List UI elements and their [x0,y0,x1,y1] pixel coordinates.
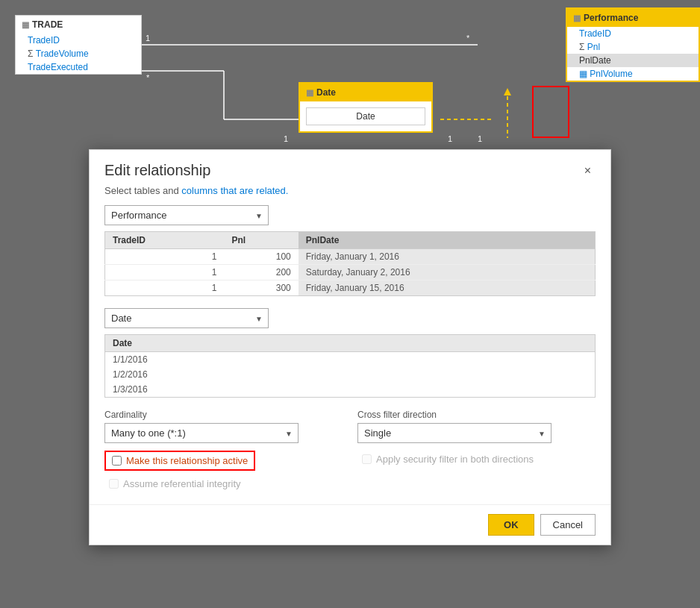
table2-row: 1/3/2016 [105,382,595,397]
active-checkbox-label: Make this relationship active [126,455,248,466]
close-button[interactable]: × [580,163,596,179]
table2-dropdown-row: Date Performance TRADE ▼ [104,308,596,328]
referential-checkbox-label: Assume referential integrity [123,478,241,489]
table2-dropdown-wrapper[interactable]: Date Performance TRADE ▼ [104,308,269,328]
table2-dropdown[interactable]: Date Performance TRADE [104,308,269,328]
table1-cell-pnldate: Friday, January 15, 2016 [299,281,596,296]
active-checkbox[interactable] [112,456,122,466]
cross-filter-col: Cross filter direction Single Both ▼ [357,410,596,443]
modal-subtitle: Select tables and columns that are relat… [90,185,610,205]
security-checkbox[interactable] [362,454,372,464]
table1-cell-tradeid: 1 [105,249,225,265]
table1-row: 1100Friday, January 1, 2016 [105,249,596,265]
table1-cell-pnl: 200 [224,265,298,281]
referential-checkbox-row: Assume referential integrity [104,475,343,492]
table2-row: 1/2/2016 [105,367,595,382]
cross-filter-label: Cross filter direction [357,410,596,420]
table2-data-table: Date 1/1/20161/2/20161/3/2016 [105,335,595,397]
table1-col-pnldate: PnlDate [299,232,596,249]
table2-cell-date: 1/2/2016 [105,367,595,382]
referential-checkbox[interactable] [109,479,119,489]
table2-cell-date: 1/3/2016 [105,382,595,397]
table1-dropdown-wrapper[interactable]: Performance Date TRADE ▼ [104,205,269,225]
table1-cell-pnldate: Saturday, January 2, 2016 [299,265,596,281]
cancel-button[interactable]: Cancel [540,514,596,536]
table2-wrapper: Date 1/1/20161/2/20161/3/2016 [104,334,596,398]
checkboxes-left: Make this relationship active Assume ref… [104,451,343,492]
table1-row: 1200Saturday, January 2, 2016 [105,265,596,281]
table2-row: 1/1/2016 [105,352,595,368]
subtitle-link: columns that are related. [181,185,288,196]
table1-row: 1300Friday, January 15, 2016 [105,281,596,296]
modal-overlay: Edit relationship × Select tables and co… [0,0,700,608]
edit-relationship-modal: Edit relationship × Select tables and co… [89,149,611,545]
cardinality-label: Cardinality [104,410,343,420]
modal-title: Edit relationship [104,162,210,179]
cross-filter-dropdown[interactable]: Single Both [357,423,551,443]
table1-data-table: TradeID Pnl PnlDate 1100Friday, January … [104,231,596,296]
active-checkbox-row: Make this relationship active [104,451,255,471]
ok-button[interactable]: OK [488,514,534,536]
cardinality-col: Cardinality Many to one (*:1) One to one… [104,410,343,443]
table1-cell-pnl: 300 [224,281,298,296]
table1-cell-pnl: 100 [224,249,298,265]
table1-cell-tradeid: 1 [105,281,225,296]
table1-col-tradeid: TradeID [105,232,225,249]
table1-col-pnl: Pnl [224,232,298,249]
cross-filter-dropdown-wrapper[interactable]: Single Both ▼ [357,423,551,443]
cardinality-dropdown-wrapper[interactable]: Many to one (*:1) One to one (1:1) One t… [104,423,299,443]
table1-dropdown[interactable]: Performance Date TRADE [104,205,269,225]
modal-header: Edit relationship × [90,150,610,185]
security-checkbox-row: Apply security filter in both directions [357,451,596,468]
security-checkbox-label: Apply security filter in both directions [376,454,534,465]
table2-col-date: Date [105,335,595,352]
table1-dropdown-row: Performance Date TRADE ▼ [104,205,596,225]
checkboxes-right: Apply security filter in both directions [357,451,596,468]
checkboxes-section: Make this relationship active Assume ref… [104,451,596,492]
table2-cell-date: 1/1/2016 [105,352,595,368]
options-two-col: Cardinality Many to one (*:1) One to one… [104,410,596,443]
modal-body: Performance Date TRADE ▼ TradeID Pnl Pnl… [90,205,610,504]
table1-cell-tradeid: 1 [105,265,225,281]
table1-cell-pnldate: Friday, January 1, 2016 [299,249,596,265]
cardinality-dropdown[interactable]: Many to one (*:1) One to one (1:1) One t… [104,423,299,443]
modal-footer: OK Cancel [90,504,610,545]
